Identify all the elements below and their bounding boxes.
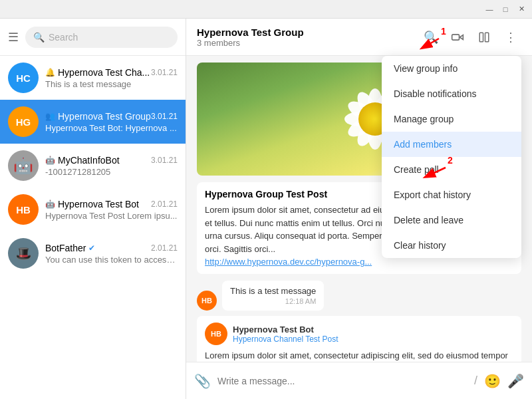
menu-export-chat-history[interactable]: Export chat history <box>382 182 521 207</box>
menu-create-poll[interactable]: Create poll <box>382 157 521 182</box>
message-input[interactable] <box>217 369 467 393</box>
avatar-hg: HG <box>8 106 39 137</box>
group-icon: 👥 <box>45 112 55 121</box>
chat-header: Hypernova Test Group 3 members 🔍 <box>186 19 532 56</box>
message-time-1: 12:18 AM <box>230 297 316 305</box>
message-row-1: HB This is a test message 12:18 AM <box>197 281 521 311</box>
titlebar: — □ ✕ <box>0 0 532 19</box>
svg-rect-2 <box>485 33 489 42</box>
avatar-bf: 🎩 <box>8 238 39 269</box>
chat-name-hc: 🔔 Hypernova Test Cha... <box>45 67 150 78</box>
avatar-hc: HC <box>8 63 39 93</box>
chat-date-hg: 3.01.21 <box>151 112 178 121</box>
search-button[interactable]: 🔍 <box>420 27 442 48</box>
chat-header-sub: 3 members <box>197 38 414 48</box>
chat-item-hc[interactable]: HC 🔔 Hypernova Test Cha... 3.01.21 This … <box>0 56 186 100</box>
chat-date-hc: 3.01.21 <box>151 68 178 77</box>
channel-post-2-body: Lorem ipsum dolor sit amet, consectetur … <box>205 349 513 362</box>
menu-view-group-info[interactable]: View group info <box>382 56 521 81</box>
maximize-button[interactable]: □ <box>500 4 511 15</box>
more-options-button[interactable]: ⋮ 1 <box>500 27 521 48</box>
chat-date-hb: 2.01.21 <box>151 200 178 209</box>
chat-name-hb: 🤖 Hypernova Test Bot <box>45 199 139 209</box>
minimize-button[interactable]: — <box>484 4 495 15</box>
channel-post-2-avatar: HB <box>205 323 227 345</box>
chat-preview-hc: This is a test message <box>45 79 178 89</box>
hamburger-icon[interactable]: ☰ <box>8 30 19 45</box>
menu-delete-and-leave[interactable]: Delete and leave <box>382 207 521 233</box>
chat-item-hg[interactable]: HG 👥 Hypernova Test Group 3.01.21 Hypern… <box>0 100 186 144</box>
channel-post-2: HB Hypernova Test Bot Hypernova Channel … <box>197 316 521 362</box>
voice-call-button[interactable] <box>447 27 468 48</box>
message-text-1: This is a test message <box>230 286 316 296</box>
svg-rect-1 <box>479 33 483 42</box>
chat-date-bf: 2.01.21 <box>151 243 178 253</box>
avatar-hb: HB <box>8 194 39 225</box>
menu-clear-history[interactable]: Clear history <box>382 233 521 258</box>
chat-item-mc[interactable]: 🤖 🤖 MyChatInfoBot 3.01.21 -1001271281205 <box>0 144 186 188</box>
chat-preview-hg: Hypernova Test Bot: Hypernova ... <box>45 123 178 133</box>
verified-icon: ✔ <box>88 243 95 253</box>
chat-area: Hypernova Test Group 3 members 🔍 <box>186 19 532 399</box>
menu-add-members[interactable]: Add members ←2 <box>382 132 521 157</box>
search-placeholder: Search <box>49 32 78 43</box>
menu-disable-notifications[interactable]: Disable notifications <box>382 81 521 106</box>
search-box[interactable]: 🔍 Search <box>25 27 178 48</box>
chat-date-mc: 3.01.21 <box>151 156 178 165</box>
header-icons: 🔍 ⋮ 1 <box>420 27 521 48</box>
chat-list: HC 🔔 Hypernova Test Cha... 3.01.21 This … <box>0 56 186 399</box>
chat-preview-mc: -1001271281205 <box>45 167 178 177</box>
chat-preview-bf: You can use this token to access ... <box>45 255 178 265</box>
chat-name-hg: 👥 Hypernova Test Group <box>45 111 151 122</box>
message-bubble-1: This is a test message 12:18 AM <box>222 281 324 311</box>
bot-icon-mc: 🤖 <box>45 156 55 165</box>
channel-post-2-sender: Hypernova Test Bot <box>233 325 338 334</box>
chat-preview-hb: Hypernova Test Post Lorem ipsu... <box>45 211 178 221</box>
chat-item-hb[interactable]: HB 🤖 Hypernova Test Bot 2.01.21 Hypernov… <box>0 188 186 231</box>
columns-button[interactable] <box>473 27 495 48</box>
chat-header-name: Hypernova Test Group <box>197 27 414 38</box>
input-area: 📎 / 🙂 🎤 <box>186 362 532 399</box>
chat-name-bf: BotFather ✔ <box>45 243 95 253</box>
msg-avatar-hb: HB <box>197 291 217 311</box>
sidebar: ☰ 🔍 Search HC 🔔 Hypernova Test Cha... <box>0 19 186 399</box>
avatar-mc: 🤖 <box>8 150 39 181</box>
menu-manage-group[interactable]: Manage group <box>382 106 521 132</box>
emoji-icon[interactable]: 🙂 <box>484 373 501 389</box>
channel-post-2-header: HB Hypernova Test Bot Hypernova Channel … <box>205 323 513 345</box>
chat-name-mc: 🤖 MyChatInfoBot <box>45 155 120 166</box>
close-button[interactable]: ✕ <box>516 4 527 15</box>
svg-rect-0 <box>452 34 460 39</box>
mute-icon: 🔔 <box>45 68 55 77</box>
app-body: ☰ 🔍 Search HC 🔔 Hypernova Test Cha... <box>0 19 532 399</box>
voice-icon[interactable]: 🎤 <box>507 373 524 389</box>
channel-post-2-subtitle: Hypernova Channel Test Post <box>233 334 338 344</box>
bot-icon-hb: 🤖 <box>45 200 55 209</box>
sidebar-header: ☰ 🔍 Search <box>0 19 186 56</box>
group-post-link[interactable]: http://www.hypernova.dev.cc/hypernova-g.… <box>205 257 372 267</box>
context-menu: View group info Disable notifications Ma… <box>382 56 521 258</box>
commands-icon[interactable]: / <box>474 374 477 388</box>
search-icon: 🔍 <box>33 32 45 43</box>
chat-item-bf[interactable]: 🎩 BotFather ✔ 2.01.21 You can use this t… <box>0 231 186 275</box>
attachment-icon[interactable]: 📎 <box>194 373 211 389</box>
